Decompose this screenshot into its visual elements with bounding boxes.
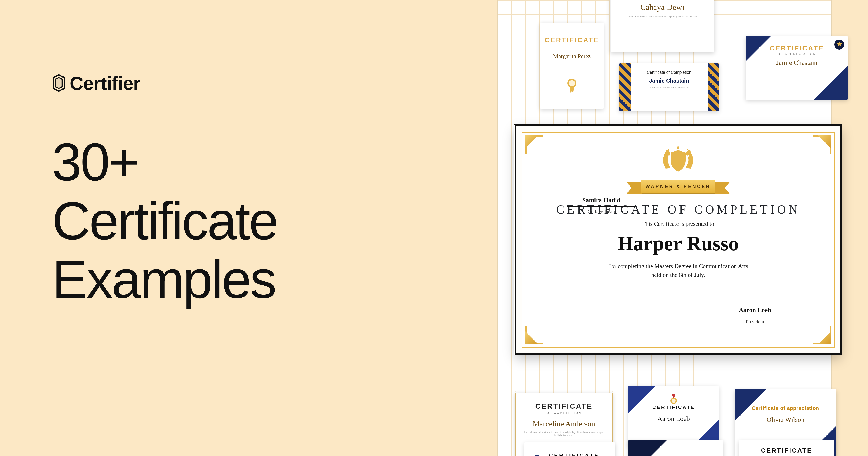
thumb-title: CERTIFICATE [535, 402, 592, 410]
svg-point-13 [672, 399, 676, 403]
corner-ornament-icon [813, 326, 831, 344]
thumb-blue-corners: CERTIFICATE Aaron Loeb [628, 386, 719, 447]
ribbon: WARNER & PENCER [626, 177, 730, 195]
triangle-decor-icon [814, 65, 848, 99]
certificate-title: CERTIFICATE OF COMPLETION [515, 202, 841, 217]
thumb-title: CERTIFICATE [545, 36, 599, 44]
thumb-name: Margarita Perez [553, 53, 591, 60]
headline-line-1: 30+ [52, 133, 277, 192]
corner-ornament-icon [525, 326, 544, 344]
thumb-title: CERTIFICATE [770, 44, 824, 52]
thumb-name: Olivia Wilson [767, 416, 804, 423]
reason-text: For completing the Masters Degree in Com… [515, 262, 841, 279]
thumb-body: Lorem ipsum dolor sit amet consectetur. [642, 86, 696, 89]
thumb-title: CERTIFICATE [761, 447, 812, 454]
thumb-title: Certificate of appreciation [752, 405, 819, 411]
thumb-peek-left: CERTIFICATE [524, 443, 615, 456]
headline-line-2: Certificate [52, 192, 277, 250]
thumb-subtitle: OF APPRECIATION [767, 455, 806, 456]
signature-left: Samira Hadid College Dean [567, 198, 635, 324]
brand: Certifier [52, 73, 277, 94]
laurel-shield-icon [659, 144, 698, 177]
thumb-navy-gold: CERTIFICATE OF APPRECIATION Jamie Chasta… [746, 36, 848, 99]
triangle-decor-icon [746, 36, 771, 61]
thumb-subtitle: OF COMPLETION [547, 411, 582, 415]
thumb-name: Aaron Loeb [657, 415, 690, 423]
corner-ornament-icon [813, 136, 831, 153]
svg-point-14 [532, 455, 542, 456]
signature-name: Samira Hadid [567, 197, 635, 204]
medal-icon [670, 395, 677, 404]
recipient-name: Harper Russo [515, 232, 841, 255]
headline-line-3: Examples [52, 250, 277, 309]
triangle-decor-icon [628, 440, 667, 456]
thumb-peek-center: Olivia Memming [628, 440, 723, 456]
thumb-name: Marceline Anderson [533, 420, 595, 428]
signature-role: College Dean [567, 209, 635, 215]
star-badge-icon [834, 39, 844, 50]
rosette-icon [531, 455, 543, 456]
thumb-subtitle: Certificate of Completion [647, 70, 691, 75]
triangle-decor-icon [628, 386, 655, 413]
brand-name: Certifier [70, 73, 141, 94]
brand-logo-icon [52, 74, 66, 93]
thumb-name: Jamie Chastain [649, 78, 689, 84]
thumb-portrait-gold: CERTIFICATE Margarita Perez [540, 23, 603, 109]
thumb-body: Lorem ipsum dolor sit amet, consectetur … [620, 15, 705, 18]
svg-point-1 [569, 80, 575, 86]
thumb-name: Jamie Chastain [776, 59, 817, 66]
thumb-body: Lorem ipsum dolor sit amet, consectetur … [516, 431, 612, 437]
signature-name: Aaron Loeb [721, 307, 789, 314]
corner-ornament-icon [525, 136, 544, 153]
thumb-top-script: Cahaya Dewi Lorem ipsum dolor sit amet, … [610, 0, 714, 52]
presented-to: This Certificate is presented to [515, 221, 841, 227]
hero-left: Certifier 30+ Certificate Examples [52, 73, 277, 309]
svg-point-9 [677, 146, 680, 149]
featured-certificate: WARNER & PENCER CERTIFICATE OF COMPLETIO… [515, 125, 841, 354]
thumb-name: Cahaya Dewi [640, 2, 684, 12]
headline: 30+ Certificate Examples [52, 133, 277, 309]
reason-line-2: held on the 6th of July. [651, 272, 705, 278]
signature-role: President [721, 319, 789, 324]
thumb-peek-right: CERTIFICATE OF APPRECIATION [739, 440, 834, 456]
ribbon-label: WARNER & PENCER [641, 180, 715, 193]
thumb-pattern-sides: Certificate of Completion Jamie Chastain… [619, 63, 719, 111]
signature-right: Aaron Loeb President [721, 308, 789, 324]
thumb-subtitle: OF APPRECIATION [778, 52, 816, 56]
seal-icon [565, 78, 578, 94]
thumb-title: CERTIFICATE [549, 452, 599, 456]
thumb-title: CERTIFICATE [652, 404, 695, 410]
